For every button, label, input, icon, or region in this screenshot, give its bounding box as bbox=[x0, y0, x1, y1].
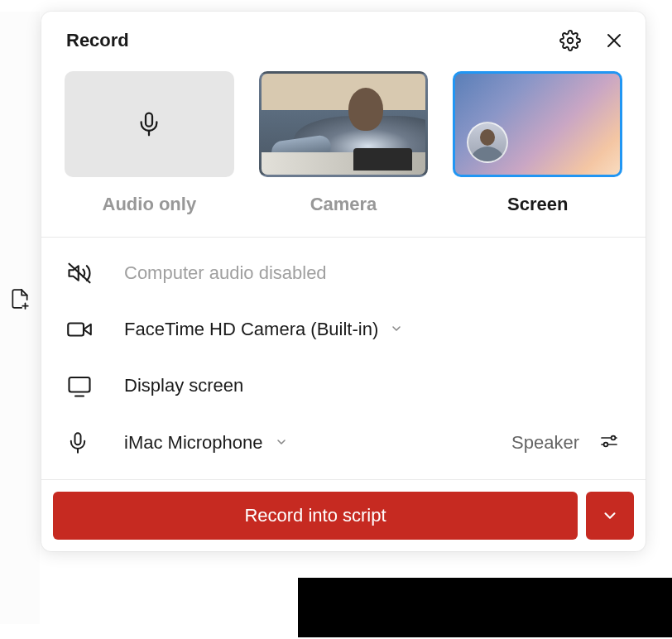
svg-rect-11 bbox=[70, 377, 90, 392]
close-icon[interactable] bbox=[604, 31, 624, 50]
record-button[interactable]: Record into script bbox=[53, 492, 578, 540]
mode-tabs: Audio only Camera bbox=[41, 63, 646, 238]
svg-rect-5 bbox=[146, 113, 152, 127]
camera-preview-illustration bbox=[262, 74, 426, 175]
left-toolbar bbox=[0, 12, 40, 624]
speaker-label: Speaker bbox=[511, 432, 579, 454]
tab-audio-only[interactable]: Audio only bbox=[65, 71, 234, 215]
display-label: Display screen bbox=[124, 375, 243, 396]
file-add-icon[interactable] bbox=[9, 288, 31, 310]
camera-source-value: FaceTime HD Camera (Built-in) bbox=[124, 319, 378, 340]
tab-label: Audio only bbox=[103, 194, 197, 215]
background-strip bbox=[298, 578, 672, 637]
tab-label: Screen bbox=[507, 194, 568, 215]
svg-point-16 bbox=[612, 436, 616, 440]
svg-marker-10 bbox=[84, 324, 91, 335]
chevron-down-icon bbox=[601, 507, 619, 525]
chevron-down-icon bbox=[275, 432, 288, 454]
settings-list: Computer audio disabled FaceTime HD Came… bbox=[41, 238, 646, 480]
panel-header: Record bbox=[41, 12, 646, 63]
screen-preview-pip bbox=[467, 122, 508, 163]
microphone-value: iMac Microphone bbox=[124, 432, 263, 454]
camera-source-row[interactable]: FaceTime HD Camera (Built-in) bbox=[66, 317, 621, 342]
camera-source-label: FaceTime HD Camera (Built-in) bbox=[124, 319, 403, 340]
sliders-icon bbox=[598, 431, 621, 454]
computer-audio-label: Computer audio disabled bbox=[124, 262, 327, 284]
speaker-muted-icon bbox=[66, 261, 94, 286]
svg-rect-13 bbox=[75, 433, 81, 444]
tab-label: Camera bbox=[310, 194, 377, 215]
microphone-icon bbox=[136, 111, 162, 137]
gear-icon[interactable] bbox=[559, 30, 581, 51]
svg-point-18 bbox=[604, 443, 608, 447]
header-actions bbox=[559, 30, 624, 51]
audio-only-thumbnail bbox=[65, 71, 234, 177]
microphone-icon bbox=[66, 430, 94, 456]
monitor-icon bbox=[66, 373, 94, 398]
panel-title: Record bbox=[66, 30, 129, 51]
tab-camera[interactable]: Camera bbox=[259, 71, 429, 215]
record-dropdown-button[interactable] bbox=[586, 492, 634, 540]
camera-icon bbox=[66, 317, 94, 342]
microphone-row[interactable]: iMac Microphone Speaker bbox=[66, 430, 621, 456]
chevron-down-icon bbox=[390, 319, 403, 340]
tab-screen[interactable]: Screen bbox=[453, 71, 622, 215]
microphone-label: iMac Microphone bbox=[124, 432, 288, 454]
camera-thumbnail bbox=[259, 71, 429, 177]
speaker-control[interactable]: Speaker bbox=[511, 431, 621, 454]
action-bar: Record into script bbox=[41, 480, 646, 551]
svg-point-2 bbox=[568, 38, 574, 44]
record-panel: Record bbox=[41, 12, 646, 551]
computer-audio-row[interactable]: Computer audio disabled bbox=[66, 261, 621, 286]
display-row[interactable]: Display screen bbox=[66, 373, 621, 398]
screen-thumbnail bbox=[453, 71, 622, 177]
svg-rect-9 bbox=[68, 324, 84, 336]
